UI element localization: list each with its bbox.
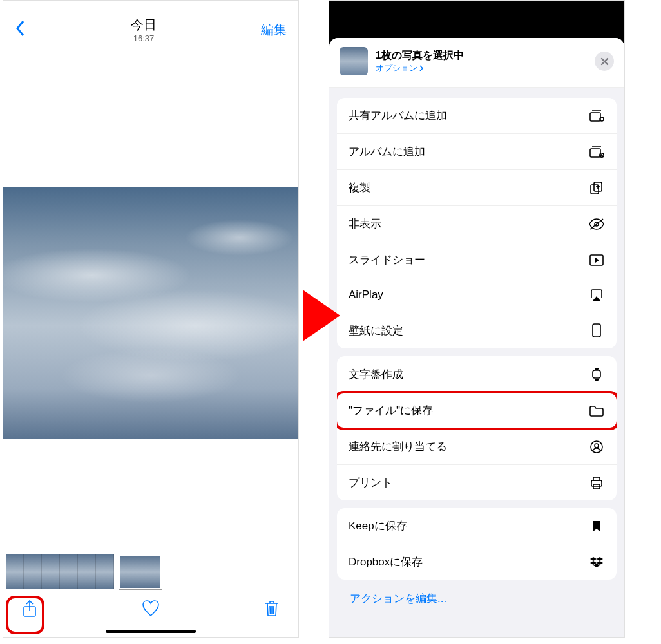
thumbnail-strip[interactable] xyxy=(3,554,298,589)
sheet-title: 1枚の写真を選択中 xyxy=(376,49,587,62)
nav-bar: 今日 16:37 編集 xyxy=(3,1,298,59)
action-row[interactable]: アルバムに追加 xyxy=(337,133,617,169)
album-add-icon xyxy=(588,145,605,159)
action-label: プリント xyxy=(349,475,392,490)
airplay-icon xyxy=(588,289,605,301)
action-row[interactable]: 壁紙に設定 xyxy=(337,312,617,348)
edit-actions-link[interactable]: アクションを編集... xyxy=(337,580,617,611)
wallpaper-icon xyxy=(588,323,605,338)
action-row[interactable]: Dropboxに保存 xyxy=(337,544,617,580)
action-row[interactable]: 文字盤作成 xyxy=(337,356,617,392)
sheet-thumbnail xyxy=(340,47,368,75)
action-label: Keepに保存 xyxy=(349,518,407,533)
svg-line-4 xyxy=(274,606,274,614)
contact-icon xyxy=(588,440,605,454)
action-row[interactable]: プリント xyxy=(337,464,617,500)
sheet-header: 1枚の写真を選択中 オプション xyxy=(329,38,624,88)
thumbnail[interactable] xyxy=(42,554,60,589)
main-photo[interactable] xyxy=(3,187,298,439)
home-indicator[interactable] xyxy=(106,630,196,633)
svg-marker-23 xyxy=(593,296,600,301)
action-label: 壁紙に設定 xyxy=(349,323,403,338)
slideshow-icon xyxy=(588,254,605,267)
hide-icon xyxy=(588,218,605,231)
action-label: 複製 xyxy=(349,180,370,195)
action-group-3: Keepに保存Dropboxに保存 xyxy=(337,508,617,580)
nav-title-main: 今日 xyxy=(131,16,157,33)
thumbnail-selected[interactable] xyxy=(119,554,162,589)
trash-button[interactable] xyxy=(262,599,282,621)
svg-marker-34 xyxy=(597,557,603,561)
action-row[interactable]: 複製 xyxy=(337,169,617,205)
action-row[interactable]: 連絡先に割り当てる xyxy=(337,428,617,464)
svg-line-2 xyxy=(270,606,271,614)
nav-title: 今日 16:37 xyxy=(131,16,157,43)
folder-icon xyxy=(588,404,605,417)
action-row[interactable]: Keepに保存 xyxy=(337,508,617,544)
action-row[interactable]: "ファイル"に保存 xyxy=(337,392,617,428)
action-label: "ファイル"に保存 xyxy=(349,403,433,418)
print-icon xyxy=(588,476,605,490)
shared-album-icon xyxy=(588,109,605,123)
thumbnail[interactable] xyxy=(78,554,96,589)
action-label: 非表示 xyxy=(349,216,381,231)
svg-marker-33 xyxy=(590,557,597,561)
back-button[interactable] xyxy=(15,19,26,40)
svg-marker-22 xyxy=(595,258,599,263)
action-row[interactable]: 非表示 xyxy=(337,205,617,242)
thumbnail[interactable] xyxy=(96,554,114,589)
action-group-2: 文字盤作成"ファイル"に保存連絡先に割り当てるプリント xyxy=(337,356,617,500)
svg-rect-10 xyxy=(590,149,600,157)
svg-rect-24 xyxy=(593,324,600,337)
thumbnail[interactable] xyxy=(60,554,78,589)
duplicate-icon xyxy=(588,181,605,195)
action-label: アルバムに追加 xyxy=(349,144,425,159)
svg-rect-25 xyxy=(593,370,600,378)
bookmark-icon xyxy=(588,520,605,533)
arrow-icon xyxy=(303,290,340,341)
options-link[interactable]: オプション xyxy=(376,62,587,74)
action-group-1: 共有アルバムに追加アルバムに追加複製非表示スライドショーAirPlay壁紙に設定 xyxy=(337,98,617,348)
action-row[interactable]: AirPlay xyxy=(337,278,617,312)
action-label: Dropboxに保存 xyxy=(349,554,423,569)
photos-app-screen: 今日 16:37 編集 xyxy=(3,0,299,638)
dropbox-icon xyxy=(588,556,605,569)
action-row[interactable]: スライドショー xyxy=(337,242,617,278)
svg-rect-7 xyxy=(590,113,600,121)
share-sheet-screen: 1枚の写真を選択中 オプション 共有アルバムに追加アルバムに追加複製非表示スライ… xyxy=(329,0,625,638)
nav-title-time: 16:37 xyxy=(131,33,157,43)
share-button[interactable] xyxy=(20,599,39,621)
favorite-button[interactable] xyxy=(141,599,160,621)
action-label: 共有アルバムに追加 xyxy=(349,108,447,123)
action-label: 連絡先に割り当てる xyxy=(349,439,447,454)
close-button[interactable] xyxy=(595,52,614,71)
action-row[interactable]: 共有アルバムに追加 xyxy=(337,98,617,133)
thumbnail[interactable] xyxy=(24,554,42,589)
svg-rect-27 xyxy=(595,379,599,381)
share-sheet: 1枚の写真を選択中 オプション 共有アルバムに追加アルバムに追加複製非表示スライ… xyxy=(329,38,624,637)
watchface-icon xyxy=(588,366,605,382)
svg-point-29 xyxy=(595,444,599,448)
svg-rect-26 xyxy=(595,368,599,370)
action-label: AirPlay xyxy=(349,289,383,301)
action-label: スライドショー xyxy=(349,252,425,267)
edit-button[interactable]: 編集 xyxy=(261,21,287,39)
thumbnail[interactable] xyxy=(6,554,24,589)
action-label: 文字盤作成 xyxy=(349,367,403,382)
